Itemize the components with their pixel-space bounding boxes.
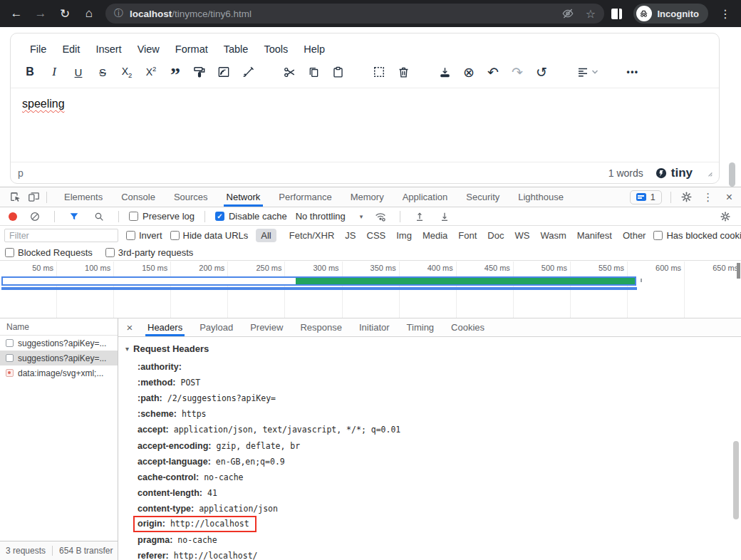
details-tab[interactable]: Initiator <box>351 318 398 336</box>
issues-counter[interactable]: 1 <box>630 190 662 204</box>
filter-input[interactable] <box>4 229 118 242</box>
preserve-log-toggle[interactable]: Preserve log <box>129 211 195 222</box>
details-tab[interactable]: Cookies <box>442 318 493 336</box>
request-headers-section[interactable]: ▾ Request Headers <box>125 343 741 354</box>
editor-content[interactable]: speeling <box>11 88 719 162</box>
filter-type[interactable]: JS <box>345 230 356 241</box>
paste-icon[interactable] <box>326 61 350 83</box>
resize-handle-icon[interactable] <box>704 168 713 177</box>
disable-cache-toggle[interactable]: ✓ Disable cache <box>215 211 287 222</box>
devtools-tab[interactable]: Network <box>217 187 270 207</box>
filter-type[interactable]: Media <box>423 230 447 241</box>
align-dropdown[interactable] <box>571 61 603 83</box>
italic-button[interactable]: I <box>42 61 66 83</box>
has-blocked-cookies-toggle[interactable]: Has blocked cookies <box>653 230 741 241</box>
element-path[interactable]: p <box>18 167 24 179</box>
details-tab[interactable]: Headers <box>139 318 191 336</box>
details-tab[interactable]: Preview <box>242 318 291 336</box>
filter-type[interactable]: Manifest <box>577 230 612 241</box>
details-tab[interactable]: Timing <box>398 318 443 336</box>
strikethrough-button[interactable]: S <box>90 61 115 83</box>
network-settings-gear-icon[interactable] <box>716 208 735 225</box>
filter-type[interactable]: Doc <box>487 230 504 241</box>
side-panel-icon[interactable] <box>608 5 626 22</box>
restore-draft-icon[interactable]: ↺ <box>529 61 554 83</box>
home-icon[interactable]: ⌂ <box>78 3 100 24</box>
device-toolbar-icon[interactable] <box>24 189 43 206</box>
throttling-select[interactable]: No throttling ▾ <box>294 211 366 222</box>
browser-menu-icon[interactable]: ⋮ <box>715 7 735 21</box>
details-close-icon[interactable]: × <box>122 320 138 336</box>
record-icon[interactable] <box>9 212 17 221</box>
select-all-icon[interactable] <box>367 61 391 83</box>
editor-menu-item[interactable]: Insert <box>88 40 129 58</box>
devtools-tab[interactable]: Memory <box>341 187 393 207</box>
name-column-header[interactable]: Name <box>0 318 118 336</box>
hide-data-urls-toggle[interactable]: Hide data URLs <box>170 230 249 241</box>
page-scrollbar-thumb[interactable] <box>729 162 735 187</box>
devtools-close-icon[interactable]: × <box>720 191 738 204</box>
cut-icon[interactable] <box>277 61 301 83</box>
editor-menu-item[interactable]: Tools <box>256 40 296 58</box>
save-icon[interactable] <box>432 61 457 83</box>
paint-roller-icon[interactable] <box>187 61 212 83</box>
reload-icon[interactable]: ↻ <box>54 3 76 24</box>
request-row[interactable]: data:image/svg+xml;... <box>0 365 118 380</box>
filter-type[interactable]: Wasm <box>540 230 566 241</box>
image-frame-icon[interactable] <box>212 61 236 83</box>
devtools-tab[interactable]: Lighthouse <box>509 187 573 207</box>
details-scrollbar-thumb[interactable] <box>733 441 739 519</box>
redo-icon[interactable]: ↷ <box>505 61 529 83</box>
invert-toggle[interactable]: Invert <box>126 230 162 241</box>
blockquote-button[interactable]: ” <box>163 61 187 83</box>
blocked-requests-toggle[interactable]: Blocked Requests <box>5 247 93 258</box>
details-tab[interactable]: Response <box>291 318 351 336</box>
editor-menu-item[interactable]: File <box>22 40 54 58</box>
undo-icon[interactable]: ↶ <box>481 61 505 83</box>
filter-type[interactable]: Fetch/XHR <box>289 230 335 241</box>
editor-menu-item[interactable]: Help <box>296 40 333 58</box>
third-party-toggle[interactable]: 3rd-party requests <box>105 247 194 258</box>
back-icon[interactable]: ← <box>6 3 27 24</box>
filter-type[interactable]: CSS <box>367 230 386 241</box>
underline-button[interactable]: U <box>66 61 90 83</box>
editor-menu-item[interactable]: Edit <box>54 40 88 58</box>
url-text[interactable]: localhost/tinymce/tiny6.html <box>130 9 252 19</box>
subscript-button[interactable]: X2 <box>115 61 139 83</box>
cancel-icon[interactable]: ⊗ <box>457 61 481 83</box>
devtools-tab[interactable]: Security <box>457 187 509 207</box>
network-conditions-icon[interactable] <box>371 208 390 225</box>
network-overview-timeline[interactable]: 50 ms100 ms150 ms200 ms250 ms300 ms350 m… <box>0 261 741 318</box>
copy-icon[interactable] <box>301 61 326 83</box>
timeline-scrollbar-thumb[interactable] <box>737 263 740 279</box>
forward-icon[interactable]: → <box>30 3 51 24</box>
disable-cache-checkbox[interactable]: ✓ <box>215 212 224 221</box>
request-row[interactable]: suggestions?apiKey=... <box>0 336 118 351</box>
filter-type[interactable]: WS <box>514 230 529 241</box>
tiny-brand[interactable]: tiny <box>655 166 693 180</box>
filter-type[interactable]: Font <box>458 230 477 241</box>
eye-off-icon[interactable] <box>561 7 574 20</box>
address-bar[interactable]: ⓘ localhost/tinymce/tiny6.html ☆ <box>105 4 604 24</box>
settings-gear-icon[interactable] <box>678 189 696 206</box>
devtools-tab[interactable]: Console <box>112 187 165 207</box>
more-toolbar-icon[interactable]: ••• <box>621 61 645 83</box>
clear-icon[interactable] <box>26 208 44 225</box>
brush-icon[interactable] <box>236 61 260 83</box>
editor-menu-item[interactable]: Table <box>216 40 256 58</box>
editor-menu-item[interactable]: View <box>130 40 167 58</box>
filter-funnel-icon[interactable] <box>65 208 83 225</box>
filter-type[interactable]: Other <box>623 230 646 241</box>
inspect-element-icon[interactable] <box>6 189 24 206</box>
export-har-icon[interactable] <box>435 208 454 225</box>
superscript-button[interactable]: X2 <box>139 61 163 83</box>
import-har-icon[interactable] <box>410 208 429 225</box>
devtools-tab[interactable]: Sources <box>165 187 217 207</box>
filter-type[interactable]: Img <box>396 230 412 241</box>
misspelled-word[interactable]: speeling <box>22 98 65 110</box>
devtools-menu-icon[interactable]: ⋮ <box>699 189 717 206</box>
search-icon[interactable] <box>90 208 108 225</box>
filter-type-all[interactable]: All <box>256 229 276 242</box>
word-count[interactable]: 1 words <box>608 167 643 179</box>
editor-menu-item[interactable]: Format <box>167 40 216 58</box>
